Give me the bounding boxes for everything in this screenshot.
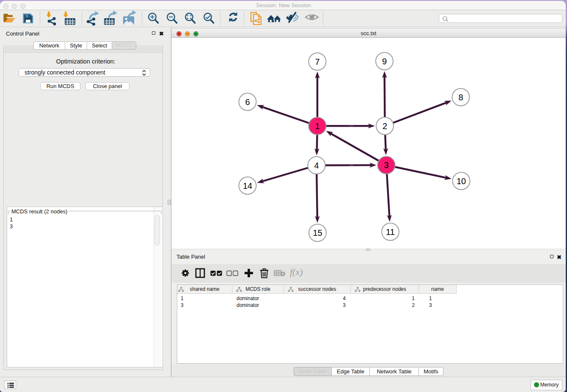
- svg-text:10: 10: [457, 177, 466, 186]
- svg-text:7: 7: [315, 57, 319, 66]
- svg-text:4: 4: [314, 161, 319, 170]
- svg-text:8: 8: [458, 93, 463, 102]
- svg-text:11: 11: [386, 227, 395, 237]
- svg-text:15: 15: [313, 228, 322, 237]
- svg-text:2: 2: [383, 121, 387, 131]
- svg-text:6: 6: [245, 97, 250, 107]
- svg-text:1: 1: [315, 121, 319, 131]
- svg-text:14: 14: [243, 181, 252, 190]
- svg-text:3: 3: [384, 160, 388, 170]
- svg-text:9: 9: [382, 57, 387, 66]
